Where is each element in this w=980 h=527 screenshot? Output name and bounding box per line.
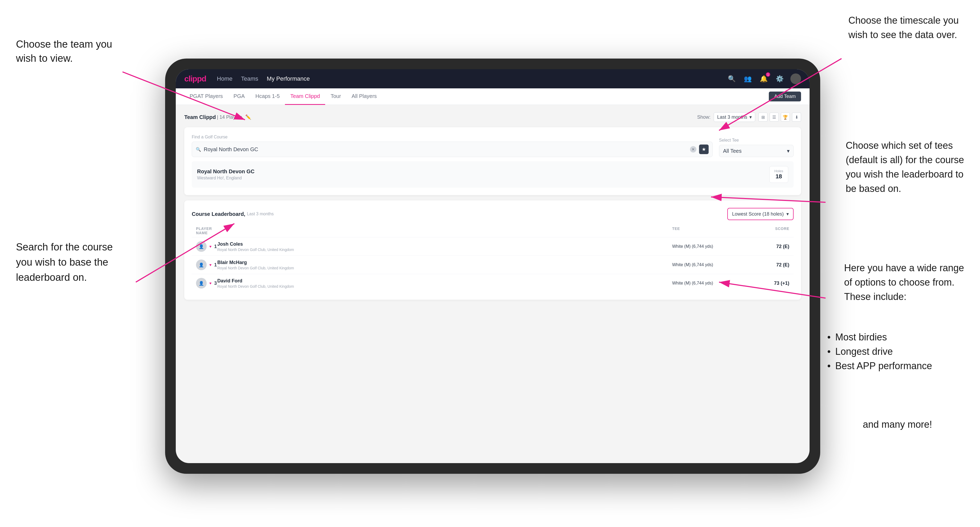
- tab-all-players[interactable]: All Players: [346, 89, 382, 105]
- course-location: Westward Ho!, England: [197, 176, 255, 181]
- view-icons: ⊞ ☰ 🏆 ⬇: [759, 113, 801, 122]
- col-score: SCORE: [741, 227, 789, 235]
- player-rank: 👤 ♥ 1: [196, 241, 217, 252]
- settings-icon[interactable]: ⚙️: [775, 73, 785, 84]
- tab-tour[interactable]: Tour: [325, 89, 346, 105]
- holes-number: 18: [775, 173, 783, 180]
- heart-icon: ♥: [209, 244, 212, 249]
- tee-info: White (M) (6,744 yds): [672, 244, 741, 249]
- annotation-and-more: and many more!: [863, 418, 932, 431]
- find-golf-course-field: Find a Golf Course 🔍 ✕ ★: [192, 135, 713, 157]
- course-result: Royal North Devon GC Westward Ho!, Engla…: [192, 161, 794, 187]
- list-view-icon[interactable]: ☰: [770, 113, 779, 122]
- edit-icon[interactable]: ✏️: [245, 114, 251, 120]
- tee-select-dropdown[interactable]: All Tees ▾: [719, 145, 794, 157]
- player-name: David Ford: [217, 278, 672, 284]
- tablet-screen: clippd Home Teams My Performance 🔍 👥 🔔 1…: [176, 69, 810, 463]
- avatar: 👤: [196, 278, 207, 289]
- trophy-icon[interactable]: 🏆: [781, 113, 790, 122]
- download-icon[interactable]: ⬇: [792, 113, 801, 122]
- avatar[interactable]: [791, 73, 801, 84]
- course-search-input[interactable]: [204, 146, 687, 152]
- add-team-button[interactable]: Add Team: [769, 92, 801, 102]
- chevron-down-icon: ▾: [787, 148, 790, 154]
- course-finder-card: Find a Golf Course 🔍 ✕ ★ Select Tee All …: [184, 127, 801, 195]
- col-player-name: PLAYER NAME: [196, 227, 217, 235]
- leaderboard-title: Course Leaderboard,: [192, 211, 245, 217]
- table-row: 👤 ♥ 1 Josh Coles Royal North Devon Golf …: [192, 237, 794, 256]
- annotation-top-left: Choose the team you wish to view.: [16, 37, 128, 65]
- player-rank: 👤 ♥ 1: [196, 259, 217, 270]
- course-search-wrap: 🔍 ✕ ★: [192, 141, 713, 157]
- player-club: Royal North Devon Golf Club, United King…: [217, 284, 672, 289]
- tab-pgat-players[interactable]: PGAT Players: [184, 89, 228, 105]
- tab-hcaps[interactable]: Hcaps 1-5: [250, 89, 285, 105]
- table-row: 👤 ♥ 3 David Ford Royal North Devon Golf …: [192, 274, 794, 292]
- leaderboard-card: Course Leaderboard, Last 3 months Lowest…: [184, 200, 801, 300]
- favorite-button[interactable]: ★: [699, 144, 709, 154]
- find-label: Find a Golf Course: [192, 135, 713, 140]
- leaderboard-header: Course Leaderboard, Last 3 months Lowest…: [192, 208, 794, 220]
- holes-label: Holes: [775, 169, 783, 173]
- team-count: | 14 Players: [217, 114, 242, 120]
- heart-icon: ♥: [209, 263, 212, 267]
- tab-team-clippd[interactable]: Team Clippd: [285, 89, 325, 105]
- player-rank: 👤 ♥ 3: [196, 278, 217, 289]
- nav-links: Home Teams My Performance: [217, 74, 727, 83]
- team-title: Team Clippd: [184, 114, 216, 120]
- annotation-middle-right: Choose which set of tees(default is all)…: [846, 138, 964, 196]
- nav-teams[interactable]: Teams: [241, 74, 258, 83]
- score-type-dropdown[interactable]: Lowest Score (18 holes) ▾: [727, 208, 794, 220]
- player-info: Blair McHarg Royal North Devon Golf Club…: [217, 260, 672, 270]
- nav-icons: 🔍 👥 🔔 1 ⚙️: [727, 73, 801, 84]
- bullet-app: Best APP performance: [827, 359, 932, 373]
- player-name: Blair McHarg: [217, 260, 672, 265]
- bullet-drive: Longest drive: [827, 344, 932, 359]
- nav-home[interactable]: Home: [217, 74, 232, 83]
- grid-view-icon[interactable]: ⊞: [759, 113, 767, 122]
- table-row: 👤 ♥ 1 Blair McHarg Royal North Devon Gol…: [192, 256, 794, 274]
- score-cell: 72 (E): [741, 262, 789, 268]
- team-header: Team Clippd | 14 Players ✏️ Show: Last 3…: [184, 112, 801, 122]
- app-logo: clippd: [184, 74, 206, 83]
- avatar: 👤: [196, 241, 207, 252]
- avatar: 👤: [196, 259, 207, 270]
- player-info: Josh Coles Royal North Devon Golf Club, …: [217, 241, 672, 252]
- chevron-down-icon: ▾: [786, 211, 789, 217]
- col-tee: TEE: [672, 227, 741, 235]
- people-icon[interactable]: 👥: [743, 73, 753, 84]
- show-control: Show: Last 3 months ▾ ⊞ ☰ 🏆 ⬇: [697, 112, 801, 122]
- course-finder-cols: Find a Golf Course 🔍 ✕ ★ Select Tee All …: [192, 135, 794, 157]
- sub-navbar: PGAT Players PGA Hcaps 1-5 Team Clippd T…: [176, 88, 810, 105]
- table-header: PLAYER NAME TEE SCORE: [192, 224, 794, 237]
- bullet-birdies: Most birdies: [827, 330, 932, 344]
- tab-pga[interactable]: PGA: [228, 89, 250, 105]
- score-cell: 73 (+1): [741, 281, 789, 286]
- search-icon[interactable]: 🔍: [727, 73, 737, 84]
- leaderboard-subtitle: Last 3 months: [247, 211, 274, 216]
- annotation-bullet-list: Most birdies Longest drive Best APP perf…: [827, 330, 932, 373]
- course-name: Royal North Devon GC: [197, 168, 255, 175]
- player-club: Royal North Devon Golf Club, United King…: [217, 266, 672, 270]
- app-navbar: clippd Home Teams My Performance 🔍 👥 🔔 1…: [176, 69, 810, 88]
- player-info: David Ford Royal North Devon Golf Club, …: [217, 278, 672, 289]
- select-tee-field: Select Tee All Tees ▾: [719, 138, 794, 157]
- nav-my-performance[interactable]: My Performance: [267, 74, 310, 83]
- show-label: Show:: [697, 114, 711, 120]
- tablet-frame: clippd Home Teams My Performance 🔍 👥 🔔 1…: [165, 59, 820, 474]
- score-cell: 72 (E): [741, 244, 789, 249]
- course-info: Royal North Devon GC Westward Ho!, Engla…: [197, 168, 255, 181]
- tee-info: White (M) (6,744 yds): [672, 281, 741, 286]
- annotation-bottom-left: Search for the courseyou wish to base th…: [16, 240, 113, 285]
- holes-badge: Holes 18: [769, 166, 788, 183]
- player-name: Josh Coles: [217, 241, 672, 247]
- chevron-down-icon: ▾: [749, 114, 752, 120]
- search-icon: 🔍: [196, 147, 201, 152]
- show-dropdown[interactable]: Last 3 months ▾: [714, 112, 755, 122]
- tee-label: Select Tee: [719, 138, 794, 143]
- clear-button[interactable]: ✕: [690, 146, 696, 152]
- heart-icon: ♥: [209, 281, 212, 285]
- annotation-top-right: Choose the timescale youwish to see the …: [848, 13, 959, 42]
- tee-info: White (M) (6,744 yds): [672, 262, 741, 267]
- player-club: Royal North Devon Golf Club, United King…: [217, 248, 672, 252]
